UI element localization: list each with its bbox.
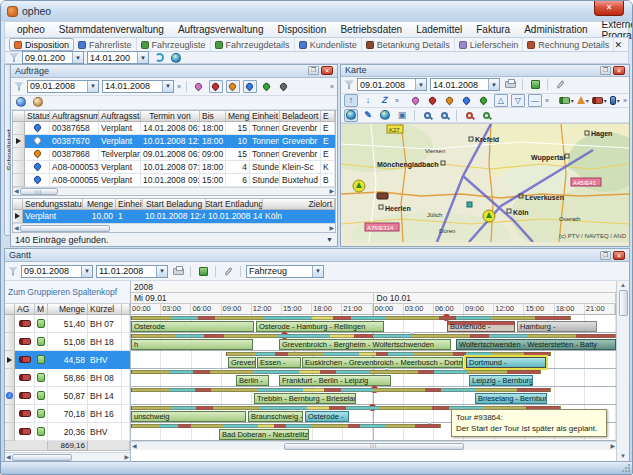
show-traffic-button[interactable]: ▾ [577,96,589,104]
print-button[interactable] [503,78,517,91]
row-selector[interactable] [5,405,15,423]
global-date-to[interactable]: 14.01.200▼ [87,51,149,64]
export-button[interactable] [196,265,210,278]
resize-grip[interactable] [621,463,630,472]
chevron-down-icon[interactable]: ▼ [415,79,426,90]
gantt-tour-bar[interactable]: Buxtehude - [447,321,515,332]
pin-filter-pink-button[interactable] [192,80,206,93]
gantt-tour-bar[interactable]: Brieselang - Bernburg - [475,393,547,404]
gantt-tour-bar[interactable]: Leipzig - Bernburg - [469,375,533,386]
zoom-route-button[interactable] [479,109,493,122]
resource-row-selected[interactable]: 44,58 BHV [5,351,130,369]
row-selector[interactable]: i [5,387,15,405]
pin-filter-red-button[interactable] [209,80,223,93]
menu-item-opheo[interactable]: opheo [11,24,51,35]
gantt-tour-bar[interactable]: Hamburg - [517,321,597,332]
gantt-tour-bar[interactable]: Berlin - [236,375,269,386]
scroll-thumb[interactable]: III [284,443,464,450]
gantt-tour-bar[interactable]: h [131,339,253,350]
gantt-tour-bar[interactable]: Osterode [131,321,254,332]
column-header[interactable]: Einheit [250,111,280,122]
close-icon[interactable]: ✕ [321,66,333,75]
column-header[interactable]: Auftragsnum [50,111,99,122]
attach-button[interactable] [553,78,567,91]
triangle-up-button[interactable]: △ [494,94,508,107]
gantt-tour-bar[interactable]: Grevenbroich - Bergheim - Wolfertschwend… [279,339,451,350]
gantt-chart[interactable]: 2008 Mi 09.01 Do 10.01 00:0003:0006:0009… [131,281,616,461]
column-header[interactable]: Menge [226,111,250,122]
pin-blue-button[interactable] [460,94,474,107]
menu-item-lademittel[interactable]: Lademittel [410,24,468,35]
chart-hscrollbar[interactable]: ◀ III ▶ [131,441,616,450]
show-fuel-button[interactable]: ▾ [610,96,620,105]
tab-rechnung-details[interactable]: Rechnung Details [523,38,614,51]
close-icon[interactable]: ✕ [613,66,625,75]
tab-lieferschein[interactable]: Lieferschein [455,38,524,51]
column-header[interactable]: Start Entladung [206,199,263,210]
map-mode-button[interactable] [344,109,358,122]
pan-down-button[interactable]: ↓ [361,94,375,107]
restore-icon[interactable]: ❐ [308,66,319,75]
row-selector[interactable] [13,148,25,161]
row-selector[interactable] [13,210,23,223]
scroll-right-icon[interactable]: ▶ [329,225,334,232]
gantt-row[interactable]: hGrevenbroich - Bergheim - Wolfertschwen… [131,333,616,351]
fit-extent-button[interactable]: ▣ [395,109,409,122]
chevron-down-icon[interactable]: ▼ [326,236,333,243]
scroll-left-icon[interactable]: ◀ [14,188,19,195]
restore-icon[interactable]: ❐ [600,66,611,75]
column-header[interactable]: Auftragsstat [99,111,141,122]
pin-orange-button[interactable] [443,94,457,107]
column-header[interactable] [122,304,130,315]
auftraege-title-bar[interactable]: Aufträge ❐✕ [11,65,337,78]
row-selector[interactable] [13,161,25,174]
chevron-down-icon[interactable]: ▼ [137,52,148,63]
tab-disposition[interactable]: Disposition [9,38,74,51]
gantt-tour-bar[interactable]: Grevenb [228,357,256,368]
map-canvas[interactable]: Krefeld Hagen Mönchengladbach Wuppertal … [341,123,629,246]
karte-date-from[interactable]: 09.01.2008▼ [357,78,427,91]
table-row[interactable]: A08-000055 Verplant 10.01.2008 09:00 15:… [13,174,335,187]
title-bar[interactable]: opheo ✕ [1,1,632,21]
gantt-date-from[interactable]: 09.01.2008▼ [21,265,93,278]
column-header[interactable]: Menge [83,199,116,210]
export-button[interactable] [528,78,542,91]
toolbar-overflow-icon[interactable]: » [545,97,549,104]
tab-fahrerliste[interactable]: Fahrerliste [74,38,137,51]
gantt-tour-bar[interactable]: Bad Doberan - Neustrelitz - [219,429,309,440]
scroll-left-icon[interactable]: ◀ [6,454,11,461]
pin-filter-gray-button[interactable] [277,80,291,93]
chevron-down-icon[interactable]: ▼ [312,266,323,277]
column-header[interactable]: Menge [48,304,88,315]
resource-row[interactable]: 51,40 BH 07 [5,315,130,333]
row-selector[interactable] [5,423,15,441]
row-selector[interactable] [5,333,15,351]
table-row[interactable]: A08-000053 Verplant 10.01.2008 07:00 18:… [13,161,335,174]
menu-item-disposition[interactable]: Disposition [271,24,332,35]
tab-fahrzeugdetails[interactable]: Fahrzeugdetails [211,38,295,51]
scroll-up-icon[interactable]: ▲ [620,282,626,289]
menu-item-administration[interactable]: Administration [518,24,593,35]
scroll-left-icon[interactable]: ◀ [132,443,137,450]
column-header[interactable]: Start Beladung [143,199,206,210]
orders-hscrollbar[interactable]: ◀ III ▶ [13,187,335,196]
line-button[interactable]: — [528,94,542,107]
scroll-right-icon[interactable]: ▶ [124,454,129,461]
print-button[interactable] [171,265,185,278]
draw-route-button[interactable]: ✎ [361,109,375,122]
tab-kundenliste[interactable]: Kundenliste [295,38,362,51]
resource-hscrollbar[interactable]: ◀ ▶ [5,452,130,461]
chevron-down-icon[interactable]: ▼ [156,266,167,277]
menu-item-stammdatenverwaltung[interactable]: Stammdatenverwaltung [53,24,170,35]
gantt-tour-bar[interactable]: Osterode - [305,411,349,422]
scroll-thumb[interactable] [12,454,72,461]
gantt-tour-bar[interactable]: Osterode - Hamburg - Rellingen [256,321,384,332]
row-selector[interactable] [5,351,15,369]
column-header[interactable]: E [321,111,335,122]
column-header[interactable]: Status [25,111,50,122]
chevron-down-icon[interactable]: ▼ [162,81,173,92]
gantt-tour-bar[interactable]: Trebbin - Bernburg - Brieselang [254,393,356,404]
show-trucks-red-button[interactable]: ▾ [592,97,607,104]
row-selector[interactable] [5,369,15,387]
triangle-down-button[interactable]: ▽ [511,94,525,107]
